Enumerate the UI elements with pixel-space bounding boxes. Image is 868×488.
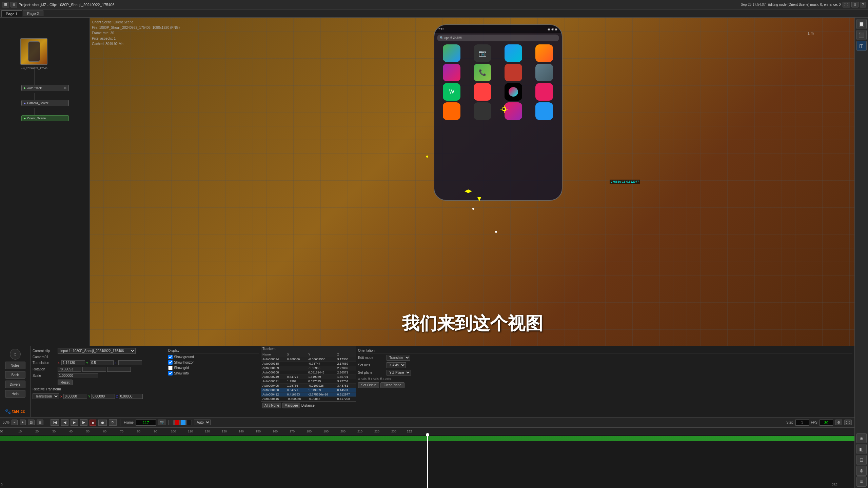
translation-y[interactable] [90, 360, 114, 365]
table-row[interactable]: Auto000391 1.2982 0.627325 3.73734 [261, 379, 356, 384]
right-tool-3[interactable]: ⊟ [856, 455, 867, 465]
rel-y[interactable] [91, 394, 115, 399]
tl-settings-btn[interactable]: ⚙ [835, 420, 842, 425]
help-top-icon[interactable]: ? [860, 2, 866, 7]
record-btn[interactable]: ⏺ [98, 420, 107, 426]
help-btn[interactable]: Help [5, 390, 25, 398]
step-input[interactable]: 1 [795, 420, 809, 426]
nav-circle-btn[interactable]: ○ [10, 349, 21, 360]
color-box-4[interactable] [186, 420, 192, 425]
translation-z[interactable] [118, 360, 142, 365]
table-row[interactable]: Auto000416 -0.300088 -0.00868 0.417208 [261, 397, 356, 401]
orient-scene-node[interactable]: ▶ Orient_Scene [21, 115, 69, 121]
zoom-level: 50% [3, 421, 9, 424]
drivers-btn[interactable]: Drivers [5, 381, 25, 388]
tl-fit[interactable]: ⊡ [28, 420, 35, 425]
step-back-btn[interactable]: ◀ [61, 419, 68, 426]
back-btn[interactable]: Back [5, 371, 25, 379]
marquee-btn[interactable]: Marquee [282, 403, 300, 408]
show-horizon-checkbox[interactable] [168, 360, 173, 365]
edit-mode-select[interactable]: Translate [387, 355, 410, 361]
scale-input[interactable] [58, 373, 98, 378]
table-row[interactable]: Auto000189 -1.60965 2.27869 [261, 366, 356, 370]
table-row[interactable]: Auto000138 -0.78744 2.17669 [261, 362, 356, 366]
notes-btn[interactable]: Notes [5, 362, 25, 369]
rel-x[interactable] [63, 394, 87, 399]
tl-zoom-out[interactable]: − [12, 420, 18, 425]
playhead[interactable] [427, 434, 428, 488]
show-ground-checkbox[interactable] [168, 355, 173, 359]
stop-btn[interactable]: ■ [90, 420, 97, 426]
frame-input[interactable]: 117 [136, 420, 156, 426]
tab-page2[interactable]: Page 2 [23, 11, 43, 16]
translation-x[interactable] [61, 360, 85, 365]
view-btn-2[interactable]: ⬛ [856, 30, 867, 40]
set-origin-btn[interactable]: Set Origin [358, 382, 379, 388]
set-plane-select[interactable]: Y-Z Plane [387, 370, 411, 375]
playhead-marker [426, 433, 429, 436]
rotation-y[interactable] [82, 367, 106, 372]
play-btn[interactable]: ▶ [71, 419, 78, 426]
set-plane-label: Set plane [358, 371, 385, 374]
tl-expand-btn[interactable]: ⛶ [844, 420, 852, 425]
tracker-table: Name X Y Z Auto000094 0.468566 -0.006315… [261, 352, 356, 401]
view-btn-3[interactable]: ◫ [856, 41, 867, 51]
main-viewport[interactable]: Orient Scene: Orient Scene File: 1080P_S… [90, 18, 854, 346]
camera-row: Camera01 [33, 355, 164, 359]
right-tool-5[interactable]: ≡ [856, 476, 867, 487]
current-clip-select[interactable]: Input 1: 1080P_Shouji_20240922_175406 [58, 348, 136, 354]
tab-page1[interactable]: Page 1 [1, 11, 22, 17]
table-row[interactable]: Auto000249 0.64771 1.619989 1.45791 [261, 375, 356, 379]
show-grid-checkbox[interactable] [168, 366, 173, 370]
table-row[interactable]: Auto000108 0.64771 1.319989 0.14591 [261, 388, 356, 392]
camera-solver-node[interactable]: ▶ Camera_Solver [21, 100, 69, 106]
row-x [286, 366, 307, 370]
show-info-checkbox[interactable] [168, 371, 173, 375]
table-row[interactable]: Auto000094 0.468566 -0.00631555 3.17388 [261, 357, 356, 362]
table-row[interactable]: Auto000405 1.28756 -0.0109226 3.43781 [261, 384, 356, 388]
row-name: Auto000391 [261, 379, 286, 384]
view-btn-1[interactable]: 🔲 [856, 19, 867, 29]
set-plane-row: Set plane Y-Z Plane [358, 370, 852, 375]
timeline-content[interactable] [0, 434, 854, 488]
clear-plane-btn[interactable]: Clear Plane [380, 382, 404, 388]
grid-icon[interactable]: ⊞ [11, 2, 17, 7]
color-box-3[interactable] [180, 420, 186, 425]
step-fwd-btn[interactable]: ▶ [80, 419, 87, 426]
frame-start-btn[interactable]: |◀ [51, 419, 59, 426]
settings-icon[interactable]: ⚙ [851, 2, 859, 7]
select-all-btn[interactable]: All / None [262, 403, 281, 408]
rotation-z[interactable] [107, 367, 131, 372]
bottom-panels: ○ Notes Back Drivers Help 🐾 tafe.cc Curr… [0, 346, 854, 417]
right-tool-1[interactable]: ⊞ [856, 433, 867, 443]
svg-text:200: 200 [340, 430, 346, 433]
menu-icon[interactable]: ☰ [2, 2, 9, 7]
right-tool-2[interactable]: ◧ [856, 444, 867, 454]
fullscreen-icon[interactable]: ⛶ [843, 2, 850, 7]
speed-mode-select[interactable]: Auto [194, 420, 211, 425]
fps-input[interactable]: 30 [820, 420, 833, 426]
set-axis-select[interactable]: X Axis [387, 362, 406, 368]
table-row[interactable]: Auto000208 0.08181446 2.26571 [261, 370, 356, 375]
reset-btn[interactable]: Reset [58, 380, 73, 385]
color-box-1[interactable] [168, 420, 174, 425]
frame-capture-btn[interactable]: 📷 [158, 420, 166, 425]
color-box-2[interactable] [174, 420, 180, 425]
rel-z[interactable] [119, 394, 143, 399]
left-right-arrow: ◀▶ [465, 188, 472, 194]
rotation-x[interactable] [58, 367, 81, 372]
tl-zoom-in[interactable]: + [20, 420, 26, 425]
tl-fit2[interactable]: ⊟ [37, 420, 43, 425]
tracker-table-container[interactable]: Name X Y Z Auto000094 0.468566 -0.006315… [261, 352, 356, 401]
row-z: 3.73734 [336, 379, 356, 384]
svg-text:190: 190 [323, 430, 329, 433]
node-graph[interactable]: huli_20240922_17540 ▶ Auto Track ⊕ ▶ Cam… [0, 18, 90, 346]
source-node-thumb[interactable] [20, 38, 47, 65]
rel-transform-select[interactable]: Translation [33, 393, 59, 399]
svg-text:230: 230 [391, 430, 396, 433]
right-tool-4[interactable]: ⊕ [856, 466, 867, 476]
loop-btn[interactable]: ↻ [109, 419, 117, 426]
table-row[interactable]: Auto000412 0.416893 -2.775566e-16 0.5129… [261, 392, 356, 397]
svg-text:80: 80 [137, 430, 140, 433]
auto-track-node[interactable]: ▶ Auto Track ⊕ [21, 85, 69, 91]
